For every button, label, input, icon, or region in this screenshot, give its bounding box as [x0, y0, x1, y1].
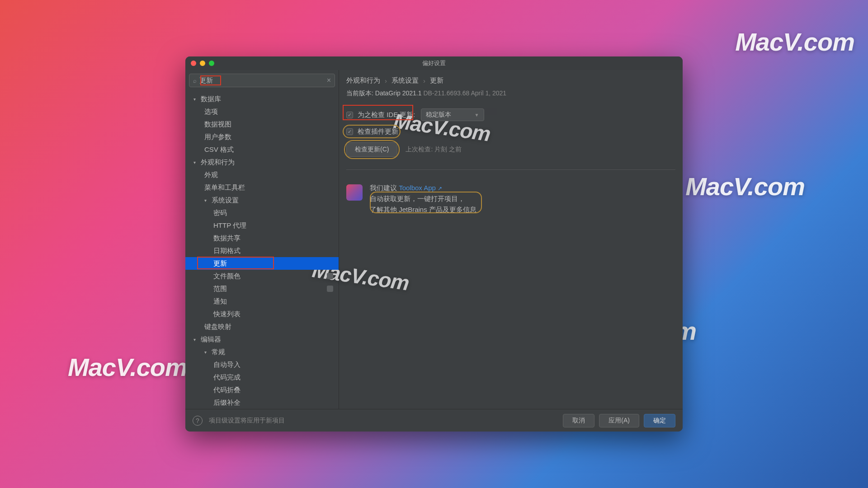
- highlight-ring: [343, 125, 401, 138]
- tree-group-editor[interactable]: ▾编辑器: [185, 333, 339, 346]
- tree-label: HTTP 代理: [213, 221, 246, 230]
- toolbox-icon: [346, 184, 363, 201]
- footer-note: 项目级设置将应用于新项目: [209, 417, 285, 425]
- highlight-ring: [344, 140, 400, 159]
- tree-item[interactable]: HTTP 代理: [185, 219, 339, 232]
- project-badge-icon: [327, 273, 333, 279]
- minimize-icon[interactable]: [200, 61, 205, 66]
- highlight-ring: [370, 192, 482, 213]
- tree-label: 外观和行为: [201, 158, 235, 167]
- apply-button[interactable]: 应用(A): [599, 414, 639, 427]
- watermark: MacV.com: [735, 27, 854, 56]
- select-value: 稳定版本: [426, 111, 451, 119]
- check-now-button[interactable]: 检查更新(C): [346, 142, 397, 157]
- tree-item[interactable]: 外观: [185, 169, 339, 181]
- tree-item[interactable]: 范围: [185, 282, 339, 295]
- tree-group-system-settings[interactable]: ▾系统设置: [185, 194, 339, 206]
- chevron-down-icon: ▾: [204, 350, 209, 355]
- tree-group-general[interactable]: ▾常规: [185, 346, 339, 358]
- watermark: MacV.com: [68, 352, 187, 382]
- settings-sidebar: ⌕ 更新 × ▾数据库 选项 数据视图 用户参数 CSV 格式 ▾外观和行为 外…: [185, 70, 339, 409]
- tree-item[interactable]: 菜单和工具栏: [185, 181, 339, 194]
- settings-content: 外观和行为 › 系统设置 › 更新 当前版本: DataGrip 2021.1 …: [339, 70, 683, 409]
- tree-label: 日期格式: [213, 247, 241, 255]
- chevron-down-icon: ▾: [204, 198, 209, 203]
- tree-label: 范围: [213, 285, 227, 293]
- tree-label: 代码折叠: [213, 386, 241, 394]
- project-badge-icon: [327, 286, 333, 292]
- tree-item[interactable]: 快速列表: [185, 308, 339, 320]
- tree-label: 数据共享: [213, 234, 241, 243]
- tree-label: 文件颜色: [213, 272, 241, 281]
- tree-label: 用户参数: [204, 133, 231, 141]
- settings-tree[interactable]: ▾数据库 选项 数据视图 用户参数 CSV 格式 ▾外观和行为 外观 菜单和工具…: [185, 91, 339, 409]
- cancel-button[interactable]: 取消: [563, 414, 594, 427]
- update-channel-select[interactable]: 稳定版本 ▼: [421, 108, 484, 121]
- tree-label: 数据视图: [204, 120, 231, 129]
- tree-item[interactable]: 键盘映射: [185, 320, 339, 333]
- divider: [346, 169, 675, 170]
- titlebar: 偏好设置: [185, 56, 683, 70]
- external-link-icon: ↗: [438, 185, 442, 192]
- ok-button[interactable]: 确定: [644, 414, 675, 427]
- tree-item[interactable]: 代码完成: [185, 371, 339, 384]
- footer: ? 项目级设置将应用于新项目 取消 应用(A) 确定: [185, 409, 683, 432]
- tree-label: 键盘映射: [204, 323, 231, 331]
- highlight-box: [197, 257, 274, 269]
- tree-label: 选项: [204, 108, 218, 116]
- close-icon[interactable]: [191, 61, 196, 66]
- breadcrumb-item[interactable]: 系统设置: [392, 76, 419, 85]
- tree-label: 快速列表: [213, 310, 241, 319]
- version-info: 当前版本: DataGrip 2021.1 DB-211.6693.68 Apr…: [346, 89, 675, 98]
- tree-item[interactable]: 数据共享: [185, 232, 339, 244]
- tree-group-appearance[interactable]: ▾外观和行为: [185, 156, 339, 169]
- tree-label: 代码完成: [213, 373, 241, 382]
- tree-label: 菜单和工具栏: [204, 183, 245, 192]
- toolbox-promo: 我们建议 Toolbox App ↗ 自动获取更新，一键打开项目， 了解其他 J…: [346, 183, 675, 215]
- chevron-right-icon: ›: [385, 77, 387, 84]
- tree-label: 密码: [213, 209, 227, 217]
- breadcrumb-item[interactable]: 外观和行为: [346, 76, 380, 85]
- search-input[interactable]: ⌕ 更新 ×: [189, 74, 335, 87]
- tree-item[interactable]: CSV 格式: [185, 143, 339, 156]
- tree-label: 系统设置: [212, 196, 239, 205]
- window-title: 偏好设置: [422, 59, 446, 67]
- tree-item[interactable]: 选项: [185, 105, 339, 118]
- tree-label: 通知: [213, 297, 227, 306]
- tree-item[interactable]: 日期格式: [185, 244, 339, 257]
- tree-item[interactable]: 通知: [185, 295, 339, 308]
- tree-item-updates[interactable]: 更新: [185, 257, 339, 270]
- button-label: 应用(A): [609, 417, 630, 425]
- clear-search-icon[interactable]: ×: [327, 76, 331, 84]
- help-button[interactable]: ?: [193, 416, 203, 426]
- chevron-down-icon: ▾: [193, 160, 198, 165]
- chevron-down-icon: ▾: [193, 97, 198, 102]
- watermark: MacV.com: [685, 172, 805, 201]
- button-label: 确定: [653, 417, 666, 425]
- preferences-window: MacV.com MacV.com 偏好设置 ⌕ 更新 × ▾数据库 选项 数据…: [185, 56, 683, 432]
- search-icon: ⌕: [193, 77, 197, 84]
- tree-item[interactable]: 后缀补全: [185, 396, 339, 409]
- last-check-label: 上次检查: 片刻 之前: [406, 145, 462, 154]
- tree-label: 自动导入: [213, 361, 241, 369]
- chevron-down-icon: ▼: [475, 113, 479, 117]
- toolbox-link[interactable]: Toolbox App: [399, 184, 436, 192]
- chevron-right-icon: ›: [423, 77, 425, 84]
- tree-label: 数据库: [201, 95, 221, 103]
- traffic-lights: [185, 61, 214, 66]
- tree-item[interactable]: 自动导入: [185, 358, 339, 371]
- highlight-box: [343, 105, 413, 120]
- tree-label: 编辑器: [201, 335, 221, 344]
- tree-item[interactable]: 文件颜色: [185, 270, 339, 282]
- tree-item[interactable]: 密码: [185, 206, 339, 219]
- button-label: 取消: [572, 417, 585, 425]
- tree-label: CSV 格式: [204, 145, 234, 154]
- tree-item[interactable]: 数据视图: [185, 118, 339, 131]
- tree-item[interactable]: 代码折叠: [185, 384, 339, 396]
- breadcrumb-item: 更新: [430, 76, 443, 85]
- tree-item[interactable]: 用户参数: [185, 131, 339, 143]
- tree-label: 外观: [204, 171, 218, 179]
- tree-label: 后缀补全: [213, 399, 241, 407]
- maximize-icon[interactable]: [209, 61, 214, 66]
- tree-group-database[interactable]: ▾数据库: [185, 93, 339, 105]
